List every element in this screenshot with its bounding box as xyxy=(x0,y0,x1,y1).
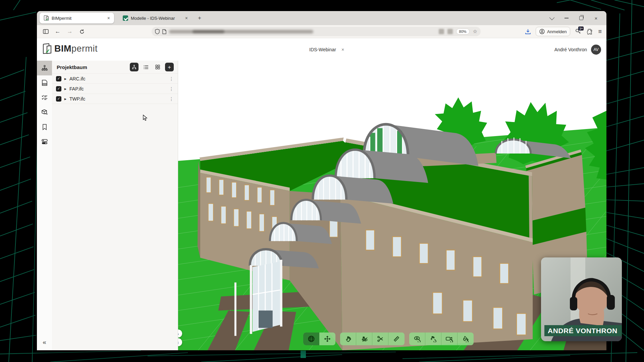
logo-text-light: permit xyxy=(71,44,98,54)
orbit-globe-button[interactable] xyxy=(303,333,319,345)
rail-item-project-tree[interactable] xyxy=(37,61,52,75)
project-tree-panel: Projektbaum + ✓ ▸ xyxy=(52,61,178,350)
model-file-name[interactable]: TWP.ifc xyxy=(69,96,166,102)
close-button[interactable]: × xyxy=(593,15,599,21)
bookmark-star-icon[interactable]: ☆ xyxy=(473,28,477,35)
reset-selection-button[interactable] xyxy=(425,333,441,345)
checkbox-checked[interactable]: ✓ xyxy=(56,96,61,102)
logo-text-bold: BIM xyxy=(54,44,71,54)
url-bar[interactable]: 80% ☆ xyxy=(152,27,481,36)
toggles-icon xyxy=(41,139,48,145)
signin-label: Anmelden xyxy=(547,29,567,34)
pan-move-button[interactable] xyxy=(319,333,335,345)
screen: ✓ BIMpermit × Modelle - IDS-Webinar × + … xyxy=(0,0,644,362)
browser-window: ✓ BIMpermit × Modelle - IDS-Webinar × + … xyxy=(37,11,606,350)
grid-view-icon xyxy=(155,65,160,69)
tree-row-arc[interactable]: ✓ ▸ ARC.ifc ⋮ xyxy=(52,73,178,83)
page-zoom-badge[interactable]: 80% xyxy=(456,28,470,35)
shield-icon[interactable] xyxy=(155,29,160,34)
menu-hamburger-icon[interactable]: ≡ xyxy=(598,28,602,35)
left-icon-rail: « xyxy=(37,61,52,350)
sidebar-toggle-icon[interactable] xyxy=(41,27,50,36)
page-info-icon[interactable] xyxy=(162,29,166,34)
avatar[interactable]: AV xyxy=(591,45,601,55)
model-file-name[interactable]: FAP.ifc xyxy=(69,86,166,92)
extension-badge: 1+ xyxy=(578,26,584,31)
bimpermit-logo[interactable]: ✓ BIMpermit xyxy=(42,43,98,54)
row-menu-kebab-icon[interactable]: ⋮ xyxy=(169,76,174,81)
bookmark-icon xyxy=(42,124,47,130)
model-cube-icon xyxy=(41,109,48,116)
reload-button[interactable] xyxy=(77,27,87,36)
tree-row-fap[interactable]: ✓ ▸ FAP.ifc ⋮ xyxy=(52,83,178,94)
reset-tools-group xyxy=(409,333,474,345)
back-button[interactable]: ← xyxy=(53,27,62,36)
app-body: « Projektbaum xyxy=(37,61,606,350)
row-menu-kebab-icon[interactable]: ⋮ xyxy=(169,96,174,102)
list-view-button[interactable] xyxy=(142,63,150,71)
tab-list-chevron-icon[interactable] xyxy=(549,15,555,21)
new-tab-button[interactable]: + xyxy=(195,14,204,22)
panel-title: Projektbaum xyxy=(57,64,127,70)
tree-view-icon xyxy=(132,65,137,69)
document-tab-close-icon[interactable]: × xyxy=(341,47,344,52)
bimpermit-logo-icon: ✓ xyxy=(42,43,52,54)
tab-close-icon[interactable]: × xyxy=(107,15,111,21)
grid-view-button[interactable] xyxy=(153,63,162,71)
model-file-name[interactable]: ARC.ifc xyxy=(69,76,166,81)
downloads-icon[interactable] xyxy=(525,29,531,35)
list-view-icon xyxy=(144,65,149,69)
measure-ruler-button[interactable] xyxy=(388,333,405,345)
window-controls: × xyxy=(549,15,604,21)
browser-tab-strip: ✓ BIMpermit × Modelle - IDS-Webinar × + … xyxy=(37,11,606,25)
rail-item-bookmarks[interactable] xyxy=(37,120,52,134)
checkbox-checked[interactable]: ✓ xyxy=(56,76,61,81)
rail-item-models[interactable] xyxy=(37,105,52,120)
reset-colors-button[interactable] xyxy=(458,333,474,345)
extensions-puzzle-icon[interactable] xyxy=(587,28,593,35)
collapse-rail-button[interactable]: « xyxy=(37,336,52,348)
forward-button[interactable]: → xyxy=(65,27,74,36)
reset-visibility-button[interactable] xyxy=(409,333,425,345)
bimpermit-app: ✓ BIMpermit IDS-Webinar × André Vonthron… xyxy=(37,38,606,350)
row-menu-kebab-icon[interactable]: ⋮ xyxy=(169,86,174,92)
minimize-button[interactable] xyxy=(564,15,570,21)
urlbar-action-icon[interactable] xyxy=(447,29,453,34)
expand-caret-icon[interactable]: ▸ xyxy=(64,76,66,81)
tab-title: Modelle - IDS-Webinar xyxy=(131,16,182,21)
browser-tab-modelle[interactable]: Modelle - IDS-Webinar × xyxy=(119,13,192,23)
toolbar-right-controls: Anmelden 1+ ≡ xyxy=(525,27,602,36)
user-name: André Vonthron xyxy=(554,47,587,52)
rail-item-checklists[interactable] xyxy=(37,90,52,105)
tab-close-icon[interactable]: × xyxy=(184,15,189,21)
urlbar-action-icon[interactable] xyxy=(439,29,444,34)
browser-tab-bimpermit[interactable]: ✓ BIMpermit × xyxy=(40,13,114,23)
edit-tools-group xyxy=(340,333,405,345)
hide-on-click-button[interactable] xyxy=(356,333,372,345)
add-model-button[interactable]: + xyxy=(165,63,174,71)
restore-button[interactable] xyxy=(578,15,584,21)
document-icon xyxy=(42,79,48,86)
account-icon xyxy=(539,29,545,34)
reset-camera-button[interactable] xyxy=(441,333,458,345)
signin-button[interactable]: Anmelden xyxy=(536,27,571,36)
document-tab[interactable]: IDS-Webinar × xyxy=(309,38,344,61)
mouse-cursor xyxy=(143,115,148,121)
expand-caret-icon[interactable]: ▸ xyxy=(64,86,66,91)
expand-caret-icon[interactable]: ▸ xyxy=(64,97,66,101)
document-tab-label: IDS-Webinar xyxy=(309,47,336,52)
tree-row-twp[interactable]: ✓ ▸ TWP.ifc ⋮ xyxy=(52,94,178,104)
modelle-favicon xyxy=(123,15,128,21)
webcam-overlay: ANDRÉ VONTHRON xyxy=(541,257,622,341)
section-cut-button[interactable] xyxy=(372,333,388,345)
rail-item-settings[interactable] xyxy=(37,134,52,149)
project-tree-icon xyxy=(41,65,48,71)
checklist-icon xyxy=(41,95,48,101)
url-text-blurred xyxy=(169,30,313,34)
checkbox-checked[interactable]: ✓ xyxy=(56,86,61,92)
select-pointer-button[interactable] xyxy=(340,333,356,345)
rail-item-documents[interactable] xyxy=(37,75,52,90)
tree-view-button[interactable] xyxy=(130,63,139,71)
user-zone: André Vonthron AV xyxy=(554,38,601,61)
password-extension-icon[interactable]: 1+ xyxy=(575,28,582,35)
